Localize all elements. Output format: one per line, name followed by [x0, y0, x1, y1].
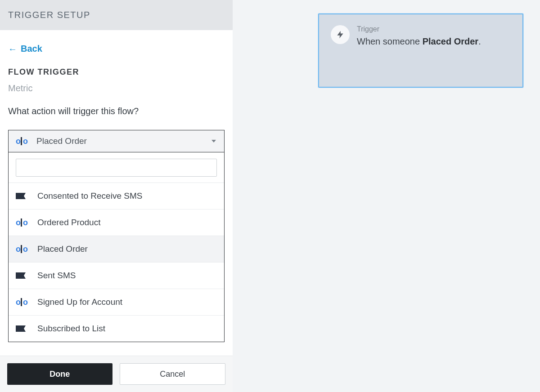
- dropdown-option[interactable]: Subscribed to List: [9, 316, 224, 342]
- sidebar-body: ← Back FLOW TRIGGER Metric What action w…: [0, 30, 233, 356]
- dropdown-option-label: Ordered Product: [37, 218, 100, 227]
- done-button[interactable]: Done: [7, 363, 112, 385]
- dropdown-option[interactable]: ooSigned Up for Account: [9, 289, 224, 316]
- trigger-card-description: When someone Placed Order.: [357, 35, 511, 48]
- olo-icon: oo: [16, 298, 30, 307]
- metric-type-label: Metric: [8, 83, 225, 94]
- dropdown-option-label: Subscribed to List: [37, 324, 105, 334]
- sidebar-footer: Done Cancel: [0, 356, 233, 392]
- arrow-left-icon: ←: [8, 45, 17, 53]
- dropdown-panel: Consented to Receive SMSooOrdered Produc…: [8, 152, 225, 342]
- trigger-card[interactable]: Trigger When someone Placed Order.: [318, 13, 523, 88]
- back-button[interactable]: ← Back: [8, 44, 42, 54]
- dropdown-option-label: Signed Up for Account: [37, 297, 122, 307]
- olo-icon: oo: [16, 245, 30, 254]
- chevron-down-icon: [212, 140, 216, 143]
- dropdown-option-label: Placed Order: [37, 244, 88, 254]
- dropdown-option[interactable]: ooPlaced Order: [9, 236, 224, 263]
- metric-dropdown: oo Placed Order Consented to Receive SMS…: [8, 130, 225, 342]
- olo-icon: oo: [16, 218, 30, 227]
- flag-icon: [16, 325, 30, 332]
- trigger-prompt: What action will trigger this flow?: [8, 106, 225, 116]
- sidebar-title: TRIGGER SETUP: [0, 0, 233, 30]
- dropdown-search-wrap: [9, 152, 224, 183]
- dropdown-option-label: Sent SMS: [37, 271, 76, 281]
- dropdown-option[interactable]: ooOrdered Product: [9, 209, 224, 236]
- flow-canvas[interactable]: Trigger When someone Placed Order.: [233, 0, 540, 392]
- back-label: Back: [21, 44, 42, 54]
- flow-trigger-heading: FLOW TRIGGER: [8, 67, 225, 77]
- flag-icon: [16, 193, 30, 199]
- dropdown-selected[interactable]: oo Placed Order: [8, 130, 225, 152]
- dropdown-selected-label: Placed Order: [36, 136, 87, 146]
- olo-icon: oo: [16, 137, 30, 146]
- dropdown-search-input[interactable]: [16, 159, 217, 177]
- dropdown-option[interactable]: Consented to Receive SMS: [9, 183, 224, 209]
- dropdown-option[interactable]: Sent SMS: [9, 263, 224, 289]
- trigger-setup-sidebar: TRIGGER SETUP ← Back FLOW TRIGGER Metric…: [0, 0, 233, 392]
- trigger-card-text: Trigger When someone Placed Order.: [357, 25, 511, 48]
- bolt-icon: [331, 25, 350, 44]
- flag-icon: [16, 272, 30, 279]
- dropdown-option-label: Consented to Receive SMS: [37, 191, 142, 201]
- cancel-button[interactable]: Cancel: [120, 363, 226, 385]
- trigger-card-label: Trigger: [357, 25, 511, 33]
